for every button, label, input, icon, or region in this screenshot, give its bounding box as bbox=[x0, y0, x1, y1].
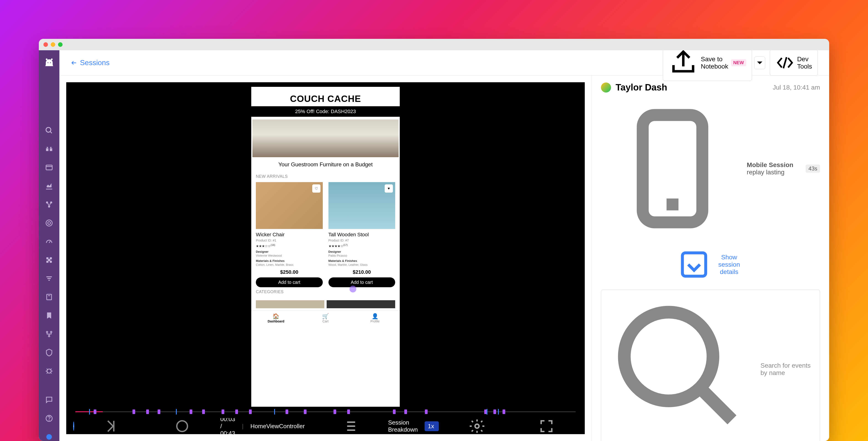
filter-icon[interactable] bbox=[45, 274, 53, 283]
svg-point-30 bbox=[177, 421, 188, 432]
materials-value: Cotton, Linen, Marble, Brass bbox=[256, 263, 323, 266]
timeline-mark[interactable] bbox=[158, 409, 160, 414]
show-details-label: Show session details bbox=[714, 254, 744, 275]
svg-line-9 bbox=[49, 241, 51, 243]
search-icon bbox=[605, 293, 757, 441]
puzzle-icon[interactable] bbox=[45, 256, 53, 264]
timeline-mark[interactable] bbox=[235, 409, 238, 414]
gear-icon[interactable] bbox=[446, 418, 508, 434]
svg-line-42 bbox=[700, 388, 732, 420]
search-icon[interactable] bbox=[45, 126, 53, 135]
bug-icon[interactable] bbox=[45, 367, 53, 375]
timeline-mark[interactable] bbox=[146, 409, 149, 414]
caret-down-icon bbox=[754, 57, 765, 69]
timeline-mark[interactable] bbox=[393, 409, 396, 414]
timeline-mark[interactable] bbox=[249, 409, 252, 414]
phone-tab[interactable]: 🛒Cart bbox=[301, 311, 350, 325]
app-body: Sessions Save to Notebook NEW Dev Tools bbox=[39, 50, 829, 441]
current-screen: HomeViewController bbox=[250, 423, 305, 430]
minimize-window-button[interactable] bbox=[51, 42, 55, 47]
code-icon bbox=[775, 53, 795, 72]
dev-tools-button[interactable]: Dev Tools bbox=[770, 50, 818, 76]
svg-line-21 bbox=[47, 369, 48, 370]
product-card[interactable]: ♥ Tall Wooden Stool Product ID: #7 ★★★★☆… bbox=[329, 182, 395, 287]
timeline-tick bbox=[89, 409, 90, 414]
add-to-cart-button[interactable]: Add to cart bbox=[256, 277, 323, 287]
timeline-mark[interactable] bbox=[425, 409, 428, 414]
favorite-button[interactable]: ♡ bbox=[312, 184, 320, 193]
play-icon bbox=[73, 421, 74, 431]
product-card[interactable]: ♡ Wicker Chair Product ID: #1 ★★★☆☆(18) … bbox=[256, 182, 323, 287]
target-icon[interactable] bbox=[45, 219, 53, 227]
categories-label: CATEGORIES bbox=[251, 287, 400, 297]
svg-line-24 bbox=[51, 373, 52, 374]
product-price: $250.00 bbox=[256, 269, 323, 275]
timeline-mark[interactable] bbox=[285, 409, 288, 414]
fullscreen-icon[interactable] bbox=[515, 418, 578, 434]
timeline-mark[interactable] bbox=[334, 409, 336, 414]
timeline-mark[interactable] bbox=[404, 409, 407, 414]
phone-tab[interactable]: 🏠Dashboard bbox=[251, 311, 301, 325]
phone-tab[interactable]: 👤Profile bbox=[350, 311, 400, 325]
timeline-mark[interactable] bbox=[94, 409, 96, 414]
event-search-input[interactable]: Search for events by name bbox=[601, 290, 820, 441]
favorite-button[interactable]: ♥ bbox=[385, 184, 393, 193]
svg-point-6 bbox=[48, 206, 50, 208]
svg-point-17 bbox=[49, 335, 50, 337]
dashboard-icon[interactable] bbox=[45, 164, 53, 172]
gauge-icon[interactable] bbox=[45, 237, 53, 246]
logo-icon[interactable] bbox=[44, 57, 54, 67]
loop-icon[interactable] bbox=[151, 418, 214, 434]
chat-icon[interactable] bbox=[45, 396, 53, 404]
svg-point-8 bbox=[48, 222, 51, 225]
tab-icon: 🛒 bbox=[301, 313, 350, 319]
product-image: ♥ bbox=[329, 182, 395, 229]
timeline-mark[interactable] bbox=[222, 409, 224, 414]
timeline-mark[interactable] bbox=[190, 409, 192, 414]
timeline-mark[interactable] bbox=[347, 409, 350, 414]
skip-icon[interactable] bbox=[81, 418, 144, 434]
shield-icon[interactable] bbox=[45, 349, 53, 357]
play-button[interactable] bbox=[73, 421, 74, 431]
session-type: Mobile Session bbox=[747, 161, 793, 168]
show-details-link[interactable]: Show session details bbox=[677, 247, 744, 282]
bookmark-icon[interactable] bbox=[45, 293, 53, 301]
timeline-mark[interactable] bbox=[202, 409, 205, 414]
time-display: 00:03 / 00:43 bbox=[220, 416, 235, 437]
product-name: Tall Wooden Stool bbox=[329, 232, 395, 238]
back-to-sessions-link[interactable]: Sessions bbox=[71, 58, 110, 67]
products-row: ♡ Wicker Chair Product ID: #1 ★★★☆☆(18) … bbox=[251, 182, 400, 287]
timeline-mark[interactable] bbox=[132, 409, 135, 414]
materials-value: Wood, Marble, Leather, Glass bbox=[329, 263, 395, 266]
maximize-window-button[interactable] bbox=[58, 42, 63, 47]
flow-icon[interactable] bbox=[45, 330, 53, 338]
phone-screen: COUCH CACHE 25% Off! Code: DASH2023 Your… bbox=[251, 87, 400, 407]
devtools-label: Dev Tools bbox=[797, 56, 812, 70]
timeline-mark[interactable] bbox=[502, 409, 505, 414]
designer-label: Designer bbox=[256, 250, 323, 254]
add-to-cart-button[interactable]: Add to cart bbox=[329, 277, 395, 287]
touch-indicator bbox=[349, 286, 356, 292]
svg-rect-40 bbox=[682, 253, 706, 276]
phone-header: COUCH CACHE bbox=[251, 87, 400, 106]
save-dropdown-button[interactable] bbox=[754, 56, 765, 69]
product-image: ♡ bbox=[256, 182, 323, 229]
chart-icon[interactable] bbox=[45, 182, 53, 190]
active-icon[interactable] bbox=[45, 433, 53, 441]
speed-button[interactable]: 1x bbox=[425, 421, 439, 431]
timeline-mark[interactable] bbox=[304, 409, 307, 414]
svg-rect-13 bbox=[47, 294, 52, 300]
product-price: $210.00 bbox=[329, 269, 395, 275]
binoculars-icon[interactable] bbox=[45, 145, 53, 153]
nodes-icon[interactable] bbox=[45, 200, 53, 209]
duration-badge: 43s bbox=[806, 165, 820, 173]
svg-point-15 bbox=[46, 331, 48, 333]
notebook-icon[interactable] bbox=[45, 312, 53, 320]
help-icon[interactable] bbox=[45, 414, 53, 422]
close-window-button[interactable] bbox=[43, 42, 48, 47]
player-viewport: COUCH CACHE 25% Off! Code: DASH2023 Your… bbox=[66, 82, 585, 407]
timeline-mark[interactable] bbox=[493, 409, 496, 414]
timeline[interactable] bbox=[66, 407, 585, 418]
breakdown-label[interactable]: Session Breakdown bbox=[388, 419, 418, 433]
product-rating: ★★★★☆(17) bbox=[329, 243, 395, 248]
